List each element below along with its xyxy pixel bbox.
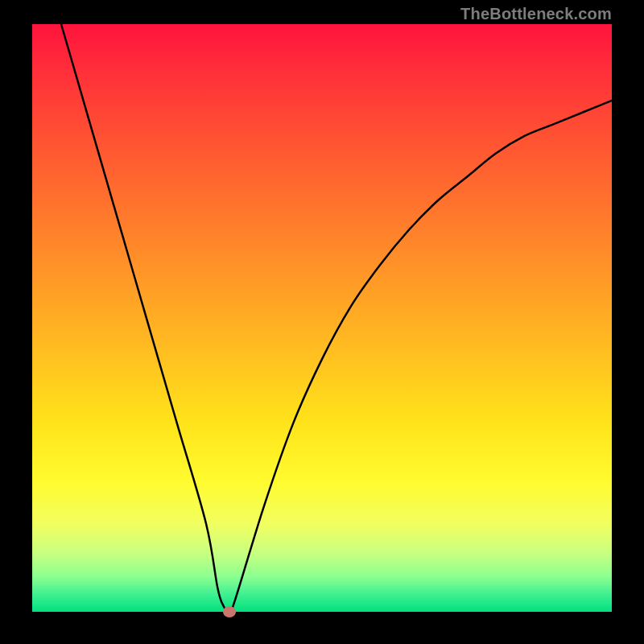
optimum-marker: [223, 606, 236, 617]
watermark-text: TheBottleneck.com: [460, 5, 612, 23]
bottleneck-curve: [32, 24, 612, 612]
chart-frame: TheBottleneck.com: [0, 0, 644, 644]
plot-area: [32, 24, 612, 612]
